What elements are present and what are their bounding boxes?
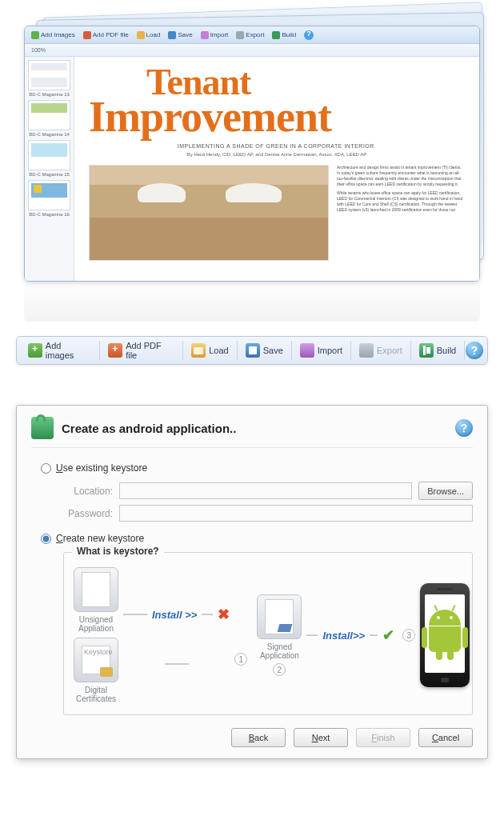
build-icon	[419, 343, 434, 358]
save-button[interactable]: Save	[238, 337, 291, 364]
unsigned-app-icon	[74, 567, 118, 612]
android-phone-icon	[420, 583, 470, 687]
install-top-label: Install >>	[152, 609, 197, 621]
connector	[370, 634, 378, 636]
android-robot-icon	[425, 610, 465, 658]
add-pdf-icon	[108, 343, 122, 358]
thumb-4[interactable]: BD-C Magazine 16	[28, 180, 70, 217]
radio-create-new[interactable]	[41, 534, 51, 544]
main-toolbar: Add images Add PDF file Load Save Import…	[16, 336, 488, 365]
build-icon	[272, 31, 280, 39]
help-icon[interactable]	[304, 30, 314, 40]
article-byline: By Heidi Hendy, CID, LEED AP, and Denise…	[89, 152, 465, 157]
load-icon	[191, 343, 206, 358]
save-icon	[168, 31, 176, 39]
add-pdf-button[interactable]: Add PDF file	[100, 337, 182, 364]
signed-app-icon	[257, 594, 302, 639]
app-subtoolbar: 100%	[25, 44, 479, 57]
create-new-label: reate new keystore	[63, 533, 144, 544]
keystore-explainer: What is keystore? Unsigned Appliation Ke…	[63, 552, 473, 715]
app-toolbar: Add Images Add PDF file Load Save Import…	[25, 26, 479, 44]
tb-export[interactable]: Export	[236, 31, 264, 39]
thumb-1[interactable]: BD-C Magazine 13	[28, 60, 70, 97]
connector	[306, 634, 318, 636]
step-2-badge: 2	[273, 663, 286, 676]
connector	[202, 614, 213, 615]
add-images-icon	[31, 31, 39, 39]
load-icon	[137, 31, 145, 39]
export-icon	[236, 31, 244, 39]
cross-icon: ✖	[218, 606, 230, 623]
next-button[interactable]: Next	[294, 728, 348, 747]
article-title: Tenant Improvement	[89, 66, 465, 137]
help-button[interactable]: ?	[465, 337, 484, 364]
tb-load[interactable]: Load	[137, 31, 161, 39]
thumb-2[interactable]: BD-C Magazine 14	[28, 100, 70, 137]
back-button[interactable]: Back	[231, 728, 286, 747]
create-new-keystore-radio[interactable]: Create new keystore	[41, 533, 473, 544]
signed-label: Signed Application	[257, 642, 302, 660]
password-label: Password:	[63, 508, 113, 519]
thumb-image-icon	[28, 180, 70, 210]
use-existing-label: se existing keystore	[63, 462, 147, 474]
location-input[interactable]	[119, 482, 412, 499]
android-dialog-icon	[31, 417, 54, 439]
add-images-icon	[28, 343, 42, 358]
connector	[165, 663, 189, 665]
page-preview: Tenant Improvement IMPLEMENTING A SHADE …	[74, 57, 479, 281]
dialog-title: Create as android application..	[62, 422, 447, 435]
dialog-help-button[interactable]: ?	[455, 419, 473, 437]
password-input[interactable]	[119, 505, 473, 522]
thumb-3[interactable]: BD-C Magazine 15	[28, 140, 70, 177]
help-icon: ?	[466, 342, 483, 359]
import-button[interactable]: Import	[292, 337, 350, 364]
import-icon	[201, 31, 209, 39]
finish-button: Finish	[356, 728, 410, 747]
article-body: Architecture and design firms assist in …	[337, 165, 465, 261]
export-icon	[359, 343, 374, 358]
article-hero-image	[89, 165, 329, 261]
save-icon	[246, 343, 260, 358]
thumb-image-icon	[28, 60, 70, 90]
export-button[interactable]: Export	[351, 337, 410, 364]
zoom-value: 100%	[31, 47, 46, 53]
add-pdf-icon	[83, 31, 91, 39]
thumb-image-icon	[28, 100, 70, 130]
install-bottom-label: Install>>	[322, 630, 365, 642]
location-label: Location:	[63, 486, 113, 497]
step-1-badge: 1	[234, 653, 247, 666]
thumbnail-panel: BD-C Magazine 13 BD-C Magazine 14 BD-C M…	[25, 57, 74, 281]
tb-add-images[interactable]: Add Images	[31, 31, 75, 39]
keystore-box-title: What is keystore?	[72, 546, 164, 557]
android-export-dialog: Create as android application.. ? Use ex…	[16, 405, 488, 759]
add-images-button[interactable]: Add images	[20, 337, 99, 364]
digital-cert-icon: Keystore	[74, 638, 118, 682]
connector	[123, 614, 147, 615]
tb-import[interactable]: Import	[201, 31, 229, 39]
step-3-badge: 3	[402, 629, 415, 642]
reflection	[24, 282, 480, 322]
app-window-stack: Add Images Add PDF file Load Save Import…	[12, 8, 492, 312]
app-window: Add Images Add PDF file Load Save Import…	[24, 26, 480, 282]
article-subtitle: IMPLEMENTING A SHADE OF GREEN IN A CORPO…	[89, 143, 465, 149]
certs-label: Digital Certificates	[74, 686, 118, 703]
tb-add-pdf[interactable]: Add PDF file	[83, 31, 129, 39]
thumb-image-icon	[28, 140, 70, 170]
radio-use-existing[interactable]	[41, 463, 51, 474]
tb-save[interactable]: Save	[168, 31, 192, 39]
use-existing-keystore-radio[interactable]: Use existing keystore	[41, 462, 473, 474]
check-icon: ✔	[382, 626, 394, 644]
tb-build[interactable]: Build	[272, 31, 296, 39]
build-button[interactable]: Build	[411, 337, 464, 364]
import-icon	[300, 343, 314, 358]
unsigned-label: Unsigned Appliation	[74, 615, 118, 633]
load-button[interactable]: Load	[183, 337, 236, 364]
cancel-button[interactable]: Cancel	[418, 728, 473, 747]
browse-button[interactable]: Browse...	[418, 482, 473, 500]
